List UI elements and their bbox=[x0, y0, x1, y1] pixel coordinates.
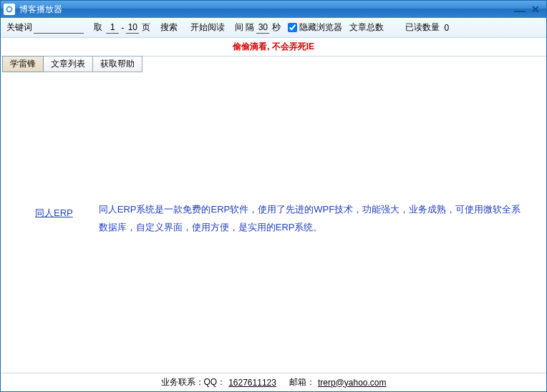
article-total-label: 文章总数 bbox=[349, 21, 384, 34]
footer: 业务联系：QQ： 1627611123 邮箱： trerp@yahoo.com bbox=[1, 373, 546, 391]
hide-browser-checkbox[interactable] bbox=[288, 23, 297, 32]
email-link[interactable]: trerp@yahoo.com bbox=[318, 378, 387, 388]
tab-leifeng[interactable]: 学雷锋 bbox=[2, 56, 44, 72]
fetch-label: 取 bbox=[94, 21, 102, 34]
window-title: 博客播放器 bbox=[19, 4, 62, 16]
app-icon bbox=[4, 4, 15, 15]
hide-browser-label: 隐藏浏览器 bbox=[299, 21, 342, 34]
close-button[interactable]: ✕ bbox=[528, 3, 543, 16]
contact-prefix: 业务联系：QQ： bbox=[161, 376, 226, 388]
search-button[interactable]: 搜索 bbox=[160, 21, 178, 34]
erp-description: 同人ERP系统是一款免费的ERP软件，使用了先进的WPF技术，功能强大，业务成熟… bbox=[99, 201, 525, 236]
title-bar: 博客播放器 — ✕ bbox=[1, 1, 546, 18]
tab-article-list[interactable]: 文章列表 bbox=[44, 56, 93, 72]
interval-label: 间 隔 bbox=[235, 21, 254, 34]
read-count-value: 0 bbox=[444, 23, 449, 33]
keyword-input[interactable] bbox=[34, 22, 84, 34]
interval-suffix: 秒 bbox=[272, 21, 281, 34]
page-to-input[interactable] bbox=[126, 22, 139, 34]
toolbar: 关键词 取 - 页 搜索 开始阅读 间 隔 秒 隐藏浏览器 文章总数 已读数量 … bbox=[1, 18, 546, 38]
banner-text: 偷偷滴看, 不会弄死IE bbox=[233, 41, 314, 53]
page-suffix: 页 bbox=[142, 21, 150, 34]
tab-strip: 学雷锋 文章列表 获取帮助 bbox=[1, 57, 546, 72]
banner: 偷偷滴看, 不会弄死IE bbox=[1, 38, 546, 57]
qq-link[interactable]: 1627611123 bbox=[228, 378, 276, 388]
read-count-label: 已读数量 bbox=[405, 21, 440, 34]
tab-get-help[interactable]: 获取帮助 bbox=[93, 56, 142, 72]
page-from-input[interactable] bbox=[106, 22, 119, 34]
close-icon: ✕ bbox=[531, 4, 540, 15]
minimize-icon: — bbox=[514, 8, 526, 15]
email-prefix: 邮箱： bbox=[289, 376, 315, 388]
page-dash: - bbox=[121, 23, 124, 33]
interval-input[interactable] bbox=[256, 22, 269, 34]
content-area: 同人ERP 同人ERP系统是一款免费的ERP软件，使用了先进的WPF技术，功能强… bbox=[1, 72, 546, 373]
minimize-button[interactable]: — bbox=[512, 3, 528, 16]
app-window: 博客播放器 — ✕ 关键词 取 - 页 搜索 开始阅读 间 隔 秒 隐藏浏览器 … bbox=[0, 0, 547, 392]
start-read-button[interactable]: 开始阅读 bbox=[190, 21, 225, 34]
svg-rect-1 bbox=[8, 8, 11, 11]
content-row: 同人ERP 同人ERP系统是一款免费的ERP软件，使用了先进的WPF技术，功能强… bbox=[35, 201, 525, 236]
keyword-label: 关键词 bbox=[6, 21, 32, 34]
erp-link[interactable]: 同人ERP bbox=[35, 207, 73, 220]
